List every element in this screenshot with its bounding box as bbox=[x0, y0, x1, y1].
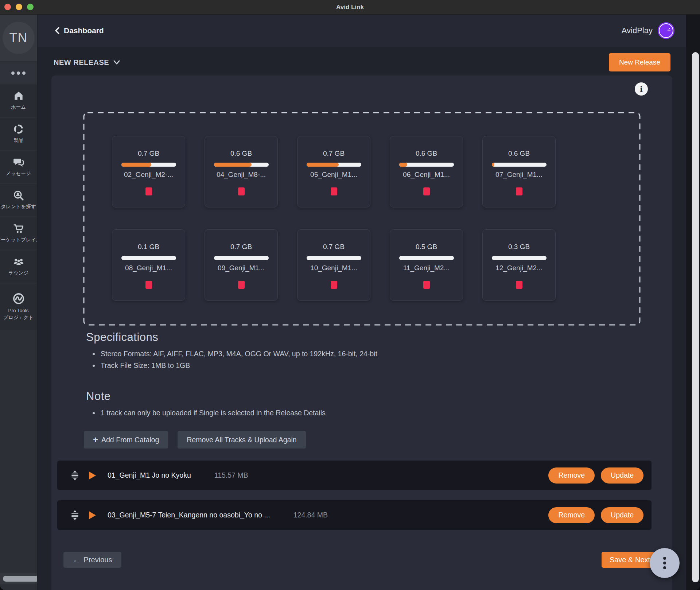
file-name: 05_Genji_M1... bbox=[310, 171, 357, 179]
traffic-lights bbox=[4, 4, 34, 10]
upload-card: 0.7 GB 05_Genji_M1... bbox=[297, 136, 370, 207]
back-label: Dashboard bbox=[64, 26, 104, 35]
upload-dropzone[interactable]: 0.7 GB 02_Genji_M2-... 0.6 GB 04_Genji_M… bbox=[83, 112, 641, 326]
vertical-scrollbar[interactable] bbox=[686, 15, 700, 590]
zoom-button[interactable] bbox=[27, 4, 34, 10]
note-section: Note 1 track can only be uploaded if Sin… bbox=[86, 390, 326, 420]
stop-upload-button[interactable] bbox=[423, 187, 430, 195]
spec-bullet: Track File Size: 1MB to 1GB bbox=[101, 361, 377, 370]
track-actions: + Add From Catalog Remove All Tracks & U… bbox=[84, 431, 306, 449]
update-track-button[interactable]: Update bbox=[601, 467, 643, 484]
arrow-left-icon: ← bbox=[73, 556, 80, 564]
play-button[interactable] bbox=[89, 511, 96, 519]
upload-progress-bar bbox=[307, 256, 361, 260]
sidebar-item-label: 製品 bbox=[13, 137, 23, 144]
specifications-section: Specifications Stereo Formats: AIF, AIFF… bbox=[86, 331, 377, 373]
info-icon[interactable]: i bbox=[635, 82, 648, 96]
window-title: Avid Link bbox=[336, 4, 364, 11]
sidebar-horizontal-scrollbar[interactable] bbox=[0, 573, 37, 584]
back-to-dashboard-link[interactable]: Dashboard bbox=[54, 26, 104, 35]
overflow-menu-button[interactable] bbox=[0, 62, 37, 84]
user-avatar-block[interactable]: TN bbox=[0, 15, 37, 61]
chevron-left-icon bbox=[54, 26, 61, 35]
new-release-dropdown[interactable]: NEW RELEASE bbox=[54, 54, 121, 71]
chevron-down-icon bbox=[113, 59, 121, 65]
close-button[interactable] bbox=[4, 4, 11, 10]
track-name: 03_Genji_M5-7 Teien_Kangenn no oasobi_Yo… bbox=[108, 511, 270, 519]
new-release-button[interactable]: New Release bbox=[609, 53, 670, 71]
minimize-button[interactable] bbox=[16, 4, 22, 10]
specifications-title: Specifications bbox=[86, 331, 377, 344]
track-size: 124.84 MB bbox=[293, 511, 328, 519]
upload-card: 0.7 GB 09_Genji_M1... bbox=[205, 229, 278, 301]
titlebar: Avid Link bbox=[0, 0, 700, 15]
header-bar: Dashboard AvidPlay ♪ bbox=[38, 15, 700, 47]
file-name: 08_Genji_M1... bbox=[125, 264, 172, 272]
avidplay-icon: ♪ bbox=[658, 22, 674, 39]
upload-card: 0.6 GB 06_Genji_M1... bbox=[390, 136, 463, 207]
stop-upload-button[interactable] bbox=[516, 281, 522, 289]
sidebar: TN ホーム 製品 メッセージ bbox=[0, 15, 38, 590]
sidebar-item-lounge[interactable]: ラウンジ bbox=[0, 251, 37, 283]
home-icon bbox=[13, 90, 24, 101]
play-button[interactable] bbox=[89, 471, 96, 480]
marketplace-icon bbox=[13, 223, 24, 234]
scrollbar-thumb[interactable] bbox=[3, 576, 38, 582]
note-title: Note bbox=[86, 390, 326, 403]
sidebar-item-label: マーケットプレイス bbox=[0, 237, 38, 243]
remove-track-button[interactable]: Remove bbox=[548, 507, 595, 523]
upload-progress-bar bbox=[214, 163, 269, 167]
drag-handle-icon[interactable] bbox=[70, 470, 79, 481]
upload-cards-grid: 0.7 GB 02_Genji_M2-... 0.6 GB 04_Genji_M… bbox=[83, 112, 641, 301]
dot-icon bbox=[17, 71, 20, 75]
remove-track-button[interactable]: Remove bbox=[548, 467, 595, 484]
file-size: 0.3 GB bbox=[508, 243, 530, 251]
file-size: 0.5 GB bbox=[416, 243, 437, 251]
drag-handle-icon[interactable] bbox=[70, 510, 79, 520]
stop-upload-button[interactable] bbox=[145, 281, 152, 289]
remove-all-tracks-button[interactable]: Remove All Tracks & Upload Again bbox=[178, 431, 306, 449]
avidplay-badge[interactable]: AvidPlay ♪ bbox=[622, 22, 674, 39]
sidebar-item-label: ホーム bbox=[11, 104, 26, 110]
scrollbar-thumb[interactable] bbox=[692, 52, 699, 582]
previous-button[interactable]: ← Previous bbox=[63, 552, 121, 568]
upload-card: 0.6 GB 04_Genji_M8-... bbox=[205, 136, 278, 207]
upload-progress-bar bbox=[399, 163, 454, 167]
track-row: 01_Genji_M1 Jo no Kyoku 115.57 MB Remove… bbox=[57, 461, 652, 490]
file-size: 0.1 GB bbox=[138, 243, 159, 251]
upload-progress-bar bbox=[492, 256, 547, 260]
avatar[interactable]: TN bbox=[3, 22, 35, 54]
stop-upload-button[interactable] bbox=[331, 187, 337, 195]
upload-card: 0.3 GB 12_Genji_M2... bbox=[482, 229, 556, 301]
talent-search-icon bbox=[13, 190, 24, 201]
track-size: 115.57 MB bbox=[214, 471, 248, 480]
stop-upload-button[interactable] bbox=[238, 281, 245, 289]
sidebar-item-products[interactable]: 製品 bbox=[0, 118, 37, 150]
upload-card: 0.6 GB 07_Genji_M1... bbox=[482, 136, 556, 207]
upload-card: 0.1 GB 08_Genji_M1... bbox=[112, 229, 185, 301]
pro-tools-icon bbox=[12, 292, 25, 305]
stop-upload-button[interactable] bbox=[516, 187, 522, 195]
track-name: 01_Genji_M1 Jo no Kyoku bbox=[108, 471, 191, 480]
stop-upload-button[interactable] bbox=[238, 187, 245, 195]
file-size: 0.6 GB bbox=[416, 150, 437, 158]
sidebar-item-pro-tools-projects[interactable]: Pro Tools プロジェクト bbox=[0, 284, 37, 330]
upload-card: 0.5 GB 11_Genji_M2... bbox=[390, 229, 463, 301]
sidebar-item-home[interactable]: ホーム bbox=[0, 85, 37, 117]
stop-upload-button[interactable] bbox=[423, 281, 430, 289]
update-track-button[interactable]: Update bbox=[601, 507, 643, 523]
sidebar-item-marketplace[interactable]: マーケットプレイス bbox=[0, 217, 37, 249]
sidebar-item-messages[interactable]: メッセージ bbox=[0, 151, 37, 183]
file-size: 0.7 GB bbox=[323, 243, 345, 251]
upload-progress-bar bbox=[492, 163, 547, 167]
more-options-fab[interactable] bbox=[650, 548, 680, 578]
section-label: NEW RELEASE bbox=[54, 58, 109, 67]
stop-upload-button[interactable] bbox=[331, 281, 337, 289]
sidebar-item-label: タレントを探す bbox=[1, 203, 36, 210]
upload-progress-bar bbox=[121, 163, 176, 167]
upload-progress-bar bbox=[214, 256, 269, 260]
sidebar-item-talent-search[interactable]: タレントを探す bbox=[0, 184, 37, 216]
stop-upload-button[interactable] bbox=[145, 187, 152, 195]
add-from-catalog-button[interactable]: + Add From Catalog bbox=[84, 431, 168, 449]
note-bullet: 1 track can only be uploaded if Single i… bbox=[101, 409, 326, 417]
